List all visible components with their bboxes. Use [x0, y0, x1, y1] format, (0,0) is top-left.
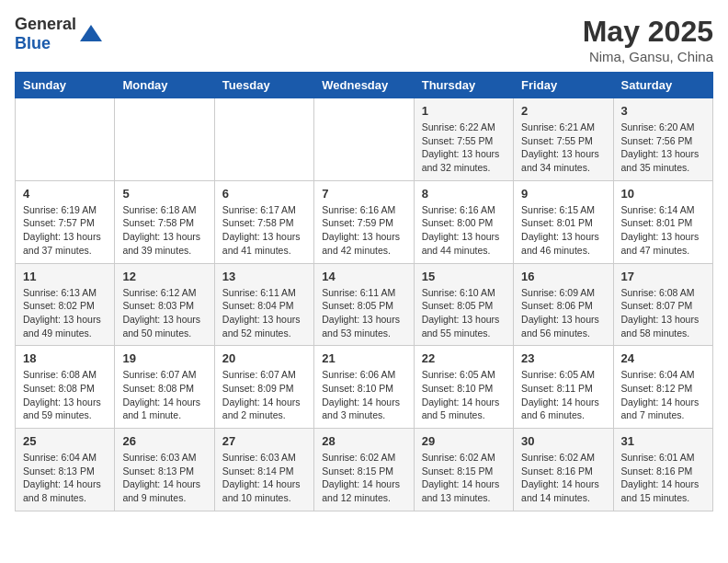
day-number: 4 — [23, 187, 107, 201]
day-number: 28 — [322, 434, 405, 448]
calendar-day-cell: 5Sunrise: 6:18 AM Sunset: 7:58 PM Daylig… — [115, 180, 214, 263]
calendar-day-cell: 23Sunrise: 6:05 AM Sunset: 8:11 PM Dayli… — [514, 346, 613, 429]
day-info: Sunrise: 6:14 AM Sunset: 8:01 PM Dayligh… — [621, 203, 705, 258]
day-number: 13 — [222, 270, 306, 283]
calendar-day-cell — [16, 98, 115, 181]
day-info: Sunrise: 6:10 AM Sunset: 8:05 PM Dayligh… — [422, 286, 506, 340]
day-number: 19 — [122, 351, 206, 365]
day-number: 18 — [23, 351, 107, 365]
day-info: Sunrise: 6:11 AM Sunset: 8:05 PM Dayligh… — [322, 286, 405, 340]
day-info: Sunrise: 6:17 AM Sunset: 7:58 PM Dayligh… — [222, 203, 306, 258]
calendar-day-cell: 29Sunrise: 6:02 AM Sunset: 8:15 PM Dayli… — [414, 429, 513, 511]
calendar-day-cell: 10Sunrise: 6:14 AM Sunset: 8:01 PM Dayli… — [613, 180, 712, 263]
day-number: 6 — [222, 187, 306, 201]
calendar-day-cell: 31Sunrise: 6:01 AM Sunset: 8:16 PM Dayli… — [613, 429, 712, 511]
day-info: Sunrise: 6:13 AM Sunset: 8:02 PM Dayligh… — [23, 286, 107, 340]
day-number: 3 — [621, 104, 705, 118]
calendar-day-cell: 4Sunrise: 6:19 AM Sunset: 7:57 PM Daylig… — [16, 180, 115, 263]
day-info: Sunrise: 6:02 AM Sunset: 8:15 PM Dayligh… — [322, 451, 405, 505]
day-info: Sunrise: 6:05 AM Sunset: 8:10 PM Dayligh… — [422, 368, 506, 422]
calendar-day-cell: 18Sunrise: 6:08 AM Sunset: 8:08 PM Dayli… — [16, 346, 115, 429]
day-info: Sunrise: 6:11 AM Sunset: 8:04 PM Dayligh… — [222, 286, 306, 340]
weekday-header-saturday: Saturday — [613, 73, 712, 98]
calendar-day-cell: 26Sunrise: 6:03 AM Sunset: 8:13 PM Dayli… — [115, 429, 214, 511]
calendar-day-cell: 22Sunrise: 6:05 AM Sunset: 8:10 PM Dayli… — [414, 346, 513, 429]
calendar-day-cell: 15Sunrise: 6:10 AM Sunset: 8:05 PM Dayli… — [414, 263, 513, 346]
day-number: 21 — [322, 351, 405, 365]
day-number: 31 — [621, 434, 705, 448]
calendar-week-5: 25Sunrise: 6:04 AM Sunset: 8:13 PM Dayli… — [16, 429, 713, 511]
weekday-header-wednesday: Wednesday — [314, 73, 414, 98]
day-info: Sunrise: 6:05 AM Sunset: 8:11 PM Dayligh… — [521, 368, 605, 422]
day-number: 9 — [521, 187, 605, 201]
logo: General Blue — [15, 15, 104, 53]
day-number: 8 — [422, 187, 506, 201]
svg-marker-0 — [80, 25, 102, 41]
day-info: Sunrise: 6:02 AM Sunset: 8:15 PM Dayligh… — [422, 451, 506, 505]
day-info: Sunrise: 6:16 AM Sunset: 7:59 PM Dayligh… — [322, 203, 405, 258]
calendar-day-cell: 30Sunrise: 6:02 AM Sunset: 8:16 PM Dayli… — [514, 429, 613, 511]
calendar-day-cell: 27Sunrise: 6:03 AM Sunset: 8:14 PM Dayli… — [214, 429, 313, 511]
title-block: May 2025 Nima, Gansu, China — [583, 15, 713, 64]
weekday-header-sunday: Sunday — [16, 73, 115, 98]
day-info: Sunrise: 6:12 AM Sunset: 8:03 PM Dayligh… — [122, 286, 206, 340]
calendar-day-cell — [314, 98, 414, 181]
calendar-day-cell: 2Sunrise: 6:21 AM Sunset: 7:55 PM Daylig… — [514, 98, 613, 181]
calendar-week-1: 1Sunrise: 6:22 AM Sunset: 7:55 PM Daylig… — [16, 98, 713, 181]
day-info: Sunrise: 6:15 AM Sunset: 8:01 PM Dayligh… — [521, 203, 605, 258]
logo-text: General Blue — [15, 15, 76, 53]
day-info: Sunrise: 6:03 AM Sunset: 8:13 PM Dayligh… — [122, 451, 206, 505]
calendar-day-cell: 13Sunrise: 6:11 AM Sunset: 8:04 PM Dayli… — [214, 263, 313, 346]
calendar-week-4: 18Sunrise: 6:08 AM Sunset: 8:08 PM Dayli… — [16, 346, 713, 429]
day-info: Sunrise: 6:06 AM Sunset: 8:10 PM Dayligh… — [322, 368, 405, 422]
calendar-day-cell: 3Sunrise: 6:20 AM Sunset: 7:56 PM Daylig… — [613, 98, 712, 181]
day-info: Sunrise: 6:19 AM Sunset: 7:57 PM Dayligh… — [23, 203, 107, 258]
calendar-day-cell: 7Sunrise: 6:16 AM Sunset: 7:59 PM Daylig… — [314, 180, 414, 263]
logo-blue: Blue — [15, 34, 51, 52]
day-info: Sunrise: 6:08 AM Sunset: 8:07 PM Dayligh… — [621, 286, 705, 340]
day-number: 23 — [521, 351, 605, 365]
day-number: 27 — [222, 434, 306, 448]
calendar-table: SundayMondayTuesdayWednesdayThursdayFrid… — [15, 72, 713, 511]
weekday-header-tuesday: Tuesday — [214, 73, 313, 98]
day-number: 10 — [621, 187, 705, 201]
calendar-day-cell: 12Sunrise: 6:12 AM Sunset: 8:03 PM Dayli… — [115, 263, 214, 346]
calendar-day-cell: 28Sunrise: 6:02 AM Sunset: 8:15 PM Dayli… — [314, 429, 414, 511]
weekday-header-friday: Friday — [514, 73, 613, 98]
day-number: 7 — [322, 187, 405, 201]
day-number: 11 — [23, 270, 107, 283]
day-info: Sunrise: 6:16 AM Sunset: 8:00 PM Dayligh… — [422, 203, 506, 258]
weekday-header-row: SundayMondayTuesdayWednesdayThursdayFrid… — [16, 73, 713, 98]
calendar-day-cell: 20Sunrise: 6:07 AM Sunset: 8:09 PM Dayli… — [214, 346, 313, 429]
day-number: 30 — [521, 434, 605, 448]
day-info: Sunrise: 6:08 AM Sunset: 8:08 PM Dayligh… — [23, 368, 107, 422]
day-number: 22 — [422, 351, 506, 365]
day-number: 16 — [521, 270, 605, 283]
calendar-day-cell: 9Sunrise: 6:15 AM Sunset: 8:01 PM Daylig… — [514, 180, 613, 263]
location-title: Nima, Gansu, China — [583, 49, 713, 64]
calendar-day-cell: 16Sunrise: 6:09 AM Sunset: 8:06 PM Dayli… — [514, 263, 613, 346]
calendar-day-cell — [115, 98, 214, 181]
day-number: 1 — [422, 104, 506, 118]
day-number: 14 — [322, 270, 405, 283]
day-number: 17 — [621, 270, 705, 283]
day-number: 15 — [422, 270, 506, 283]
day-info: Sunrise: 6:20 AM Sunset: 7:56 PM Dayligh… — [621, 121, 705, 175]
calendar-day-cell: 25Sunrise: 6:04 AM Sunset: 8:13 PM Dayli… — [16, 429, 115, 511]
day-info: Sunrise: 6:02 AM Sunset: 8:16 PM Dayligh… — [521, 451, 605, 505]
calendar-day-cell: 21Sunrise: 6:06 AM Sunset: 8:10 PM Dayli… — [314, 346, 414, 429]
day-number: 20 — [222, 351, 306, 365]
day-info: Sunrise: 6:01 AM Sunset: 8:16 PM Dayligh… — [621, 451, 705, 505]
calendar-day-cell: 6Sunrise: 6:17 AM Sunset: 7:58 PM Daylig… — [214, 180, 313, 263]
logo-icon — [78, 21, 104, 47]
weekday-header-thursday: Thursday — [414, 73, 513, 98]
month-title: May 2025 — [583, 15, 713, 49]
day-info: Sunrise: 6:04 AM Sunset: 8:13 PM Dayligh… — [23, 451, 107, 505]
calendar-day-cell: 11Sunrise: 6:13 AM Sunset: 8:02 PM Dayli… — [16, 263, 115, 346]
calendar-day-cell: 19Sunrise: 6:07 AM Sunset: 8:08 PM Dayli… — [115, 346, 214, 429]
day-info: Sunrise: 6:18 AM Sunset: 7:58 PM Dayligh… — [122, 203, 206, 258]
day-number: 29 — [422, 434, 506, 448]
day-info: Sunrise: 6:07 AM Sunset: 8:08 PM Dayligh… — [122, 368, 206, 422]
day-number: 12 — [122, 270, 206, 283]
logo-general: General — [15, 15, 76, 33]
